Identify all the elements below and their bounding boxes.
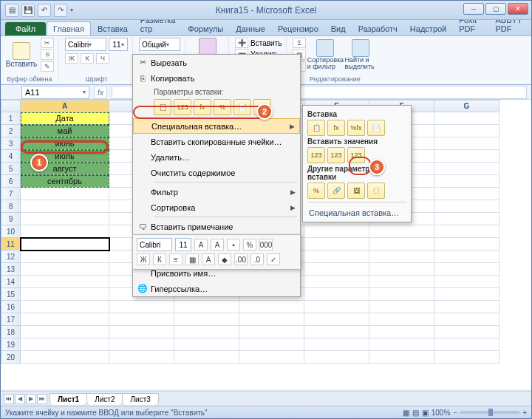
sheet-nav-prev[interactable]: ◀ bbox=[15, 394, 25, 404]
number-format-select[interactable]: Общий▾ bbox=[139, 38, 180, 51]
menu-copy[interactable]: ⎘Копировать bbox=[133, 70, 300, 86]
tab-review[interactable]: Рецензиро bbox=[272, 22, 324, 35]
mini-fill-color[interactable]: ▪ bbox=[227, 239, 240, 251]
redo-icon[interactable]: ↷ bbox=[54, 4, 67, 17]
sub-other-2[interactable]: 🔗 bbox=[327, 183, 345, 199]
view-break-icon[interactable]: ▣ bbox=[422, 409, 429, 417]
mini-grow-font[interactable]: A bbox=[194, 239, 208, 251]
cell-a6[interactable]: сентябрь bbox=[21, 175, 109, 188]
cell-a1[interactable]: Дата bbox=[21, 112, 109, 125]
menu-hyperlink[interactable]: 🌐Гиперссылка… bbox=[133, 281, 300, 296]
row-header[interactable]: 3 bbox=[1, 137, 21, 150]
col-header-g[interactable]: G bbox=[434, 101, 499, 112]
insert-cells-icon[interactable]: ➕ bbox=[235, 38, 248, 48]
row-header[interactable]: 15 bbox=[1, 288, 21, 301]
sheet-nav-first[interactable]: ⏮ bbox=[4, 394, 14, 404]
row-header[interactable]: 9 bbox=[1, 213, 21, 225]
tab-formulas[interactable]: Формулы bbox=[182, 22, 229, 35]
mini-dec-decimal[interactable]: .0 bbox=[250, 253, 264, 265]
copy-icon[interactable]: ⎘ bbox=[41, 50, 54, 60]
sub-values-2[interactable]: 123 bbox=[327, 147, 345, 163]
row-header[interactable]: 6 bbox=[1, 175, 21, 188]
sheet-tab-2[interactable]: Лист2 bbox=[86, 393, 123, 405]
zoom-in-button[interactable]: + bbox=[522, 409, 527, 417]
paste-opt-values[interactable]: 123 bbox=[174, 99, 191, 115]
menu-insert-comment[interactable]: 🗨Вставить примечание bbox=[133, 219, 300, 234]
mini-font-color[interactable]: A bbox=[202, 253, 215, 265]
mini-shrink-font[interactable]: A bbox=[211, 239, 224, 251]
fx-icon[interactable]: fx bbox=[94, 86, 107, 99]
row-header[interactable]: 1 bbox=[1, 112, 21, 125]
row-header[interactable]: 17 bbox=[1, 313, 21, 326]
autosum-icon[interactable]: Σ bbox=[293, 38, 306, 48]
sub-opt-3[interactable]: %fx bbox=[347, 120, 365, 136]
underline-button[interactable]: Ч bbox=[96, 53, 109, 64]
row-header[interactable]: 5 bbox=[1, 163, 21, 175]
cell-a2[interactable]: май bbox=[21, 125, 109, 137]
menu-sort[interactable]: Сортировка▶ bbox=[133, 200, 300, 215]
italic-button[interactable]: К bbox=[81, 53, 94, 64]
mini-borders[interactable]: ▦ bbox=[185, 253, 199, 265]
maximize-button[interactable]: ▢ bbox=[485, 3, 506, 15]
paste-opt-nobord[interactable]: 📄 bbox=[233, 99, 251, 115]
find-select-button[interactable]: Найти и выделить bbox=[344, 39, 377, 70]
save-icon[interactable]: 💾 bbox=[21, 4, 35, 17]
menu-insert-copied[interactable]: Вставить скопированные ячейки… bbox=[133, 134, 300, 149]
submenu-paste-special-link[interactable]: Специальная вставка… bbox=[307, 205, 406, 217]
mini-italic[interactable]: К bbox=[153, 253, 166, 265]
mini-center[interactable]: ≡ bbox=[169, 253, 183, 265]
menu-clear[interactable]: Очистить содержимое bbox=[133, 165, 300, 180]
mini-format-painter[interactable]: ✓ bbox=[267, 253, 280, 265]
zoom-out-button[interactable]: − bbox=[453, 409, 457, 417]
sub-opt-1[interactable]: 📋 bbox=[307, 120, 325, 136]
row-header[interactable]: 16 bbox=[1, 301, 21, 313]
paste-button[interactable]: Вставить bbox=[5, 42, 38, 68]
view-normal-icon[interactable]: ▦ bbox=[403, 409, 409, 417]
select-all-corner[interactable] bbox=[1, 101, 21, 112]
cut-icon[interactable]: ✂ bbox=[41, 38, 54, 48]
row-header[interactable]: 8 bbox=[1, 200, 21, 213]
row-header[interactable]: 12 bbox=[1, 251, 21, 263]
tab-data[interactable]: Данные bbox=[230, 22, 271, 35]
menu-paste-special[interactable]: Специальная вставка…▶ bbox=[133, 118, 300, 134]
sheet-nav-next[interactable]: ▶ bbox=[26, 394, 36, 404]
sheet-tab-3[interactable]: Лист3 bbox=[122, 393, 158, 405]
row-header[interactable]: 14 bbox=[1, 276, 21, 288]
row-header[interactable]: 13 bbox=[1, 263, 21, 276]
row-header[interactable]: 2 bbox=[1, 125, 21, 137]
undo-icon[interactable]: ↶ bbox=[38, 4, 51, 17]
cell-a3[interactable]: июнь bbox=[21, 137, 109, 150]
row-header[interactable]: 4 bbox=[1, 150, 21, 163]
tab-addins[interactable]: Надстрой bbox=[404, 22, 452, 35]
row-header[interactable]: 19 bbox=[1, 338, 21, 351]
mini-percent[interactable]: % bbox=[243, 239, 256, 251]
view-layout-icon[interactable]: ▤ bbox=[412, 409, 419, 417]
format-painter-icon[interactable]: ✎ bbox=[41, 61, 54, 72]
insert-cells-label[interactable]: Вставить bbox=[250, 39, 282, 47]
row-header[interactable]: 18 bbox=[1, 326, 21, 338]
bold-button[interactable]: Ж bbox=[65, 53, 78, 64]
mini-fill[interactable]: ◆ bbox=[218, 253, 231, 265]
mini-font-size[interactable]: 11 bbox=[175, 238, 191, 251]
tab-home[interactable]: Главная bbox=[47, 21, 91, 35]
menu-delete[interactable]: Удалить… bbox=[133, 149, 300, 165]
paste-opt-formulas[interactable]: fx bbox=[194, 99, 211, 115]
mini-bold[interactable]: Ж bbox=[137, 253, 150, 265]
mini-inc-decimal[interactable]: .00 bbox=[234, 253, 248, 265]
sub-other-1[interactable]: % bbox=[307, 183, 325, 199]
sub-opt-2[interactable]: fx bbox=[327, 120, 345, 136]
mini-font-name[interactable]: Calibri bbox=[137, 238, 172, 251]
font-name-select[interactable]: Calibri▾ bbox=[65, 38, 106, 51]
row-header[interactable]: 10 bbox=[1, 225, 21, 238]
menu-filter[interactable]: Фильтр▶ bbox=[133, 184, 300, 200]
sheet-tab-1[interactable]: Лист1 bbox=[50, 393, 87, 405]
sub-values-3[interactable]: 123 bbox=[347, 147, 365, 163]
qat-more-icon[interactable]: ▾ bbox=[70, 7, 73, 13]
mini-comma[interactable]: 000 bbox=[259, 239, 273, 251]
paste-opt-formatting[interactable]: % bbox=[214, 99, 231, 115]
tab-developer[interactable]: Разработч bbox=[352, 22, 403, 35]
sub-other-4[interactable]: ⬚ bbox=[367, 183, 385, 199]
sub-values-1[interactable]: 123 bbox=[307, 147, 325, 163]
sub-opt-4[interactable]: 📄 bbox=[367, 120, 385, 136]
cell-a11-selected[interactable] bbox=[21, 238, 109, 251]
